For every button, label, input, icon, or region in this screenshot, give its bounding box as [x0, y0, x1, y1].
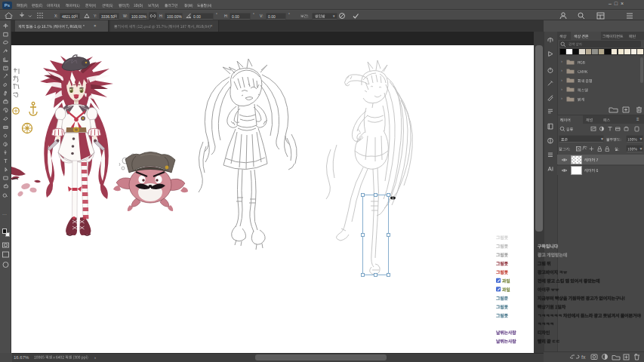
svg-text:fx: fx [581, 354, 586, 360]
